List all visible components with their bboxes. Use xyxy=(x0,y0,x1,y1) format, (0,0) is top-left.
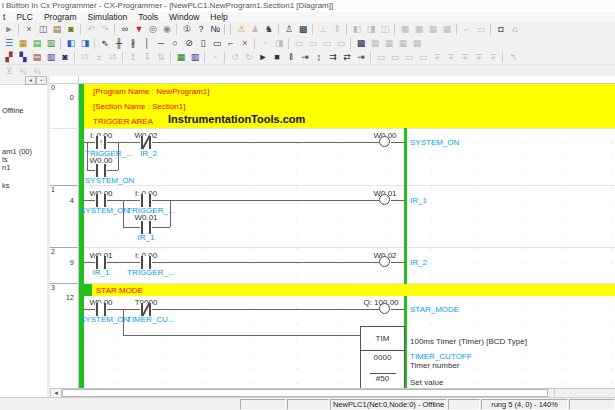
block-icon[interactable]: ◨ xyxy=(272,37,285,49)
fb-library-2-icon[interactable]: ▭ xyxy=(306,37,319,49)
nc-coil-tool-icon[interactable]: ⊘ xyxy=(182,37,195,49)
cut-icon[interactable]: × xyxy=(22,23,35,35)
save-icon[interactable]: ◙ xyxy=(64,23,77,35)
palette-icon[interactable]: ▩ xyxy=(354,37,367,49)
watch-icon[interactable]: ◉ xyxy=(160,23,173,35)
timer-instruction-block[interactable]: TIM 0000 #50 xyxy=(360,326,405,388)
io-table-icon[interactable]: ▥ xyxy=(44,51,57,63)
tree-item[interactable]: ks xyxy=(2,181,10,190)
compile-program-icon[interactable]: ♟ xyxy=(248,23,261,35)
options-icon[interactable]: ◘ xyxy=(494,23,507,35)
tree-item[interactable]: n1 xyxy=(2,163,10,172)
fb-library-4-icon[interactable]: ▭ xyxy=(334,37,347,49)
watch-window-3-icon[interactable]: ▦ xyxy=(426,23,439,35)
memory-view-icon[interactable]: ▤ xyxy=(30,51,43,63)
sim-step-over-icon[interactable]: ↨ xyxy=(312,51,325,63)
menu-tools[interactable]: Tools xyxy=(138,12,158,22)
horizontal-tool-icon[interactable]: ─ xyxy=(154,37,167,49)
coil[interactable] xyxy=(379,194,390,205)
block-step-4-icon[interactable]: ▭ xyxy=(416,51,429,63)
monitor-view-icon[interactable]: ▞ xyxy=(2,51,15,63)
menu-window[interactable]: Window xyxy=(169,12,199,22)
menu-help[interactable]: Help xyxy=(210,12,227,22)
simulator-debug-icon[interactable]: ▥ xyxy=(188,51,201,63)
force-off-icon[interactable]: ◨ xyxy=(364,23,377,35)
undo-icon[interactable]: ↶ xyxy=(84,23,97,35)
sheet-4-icon[interactable]: ▦ xyxy=(410,37,423,49)
force-on-icon[interactable]: ◧ xyxy=(350,23,363,35)
scroll-left-icon[interactable]: ◄ xyxy=(51,389,62,397)
sheet-2-icon[interactable]: ▦ xyxy=(382,37,395,49)
sim-stop-icon[interactable]: ■ xyxy=(270,51,283,63)
coil[interactable] xyxy=(379,303,390,314)
online-edit-icon[interactable]: ▩ xyxy=(296,23,309,35)
scrollbar-thumb[interactable] xyxy=(62,389,548,397)
sim-step-out-icon[interactable]: ⇉ xyxy=(326,51,339,63)
sim-step-in-icon[interactable]: ⇥ xyxy=(298,51,311,63)
decimal-icon[interactable]: 10 xyxy=(78,51,91,63)
menu-simulation[interactable]: Simulation xyxy=(88,12,128,22)
fb-tool-icon[interactable]: ▭ xyxy=(210,37,223,49)
task-4-icon[interactable]: ∓ xyxy=(472,51,485,63)
search-symbol-icon[interactable]: ◎ xyxy=(146,23,159,35)
sim-run-icon[interactable]: ► xyxy=(256,51,269,63)
watch-window-2-icon[interactable]: ▦ xyxy=(412,23,425,35)
instruction-tool-icon[interactable]: ▯ xyxy=(196,37,209,49)
task-1-icon[interactable]: ∓ xyxy=(430,51,443,63)
menu-program[interactable]: Program xyxy=(44,12,77,22)
hex-icon[interactable]: 16 xyxy=(106,51,119,63)
rising-contact[interactable]: ↑ xyxy=(95,136,107,149)
sim-continue-icon[interactable]: ⇄ xyxy=(340,51,353,63)
symbols-view-icon[interactable]: ☰ xyxy=(2,37,15,49)
mnemonic-view-icon[interactable]: ▤ xyxy=(30,37,43,49)
rung-comment-block[interactable] xyxy=(92,284,615,296)
watch-window-4-icon[interactable]: ▦ xyxy=(440,23,453,35)
task-3-icon[interactable]: ∓ xyxy=(458,51,471,63)
monitor-icon[interactable]: ⊥ xyxy=(316,23,329,35)
task-2-icon[interactable]: ∓ xyxy=(444,51,457,63)
sim-pause-icon[interactable]: ‖ xyxy=(284,51,297,63)
tree-item[interactable]: Offline xyxy=(2,106,24,115)
work-online-icon[interactable]: ♙ xyxy=(282,23,295,35)
copy-icon[interactable]: ◫ xyxy=(36,23,49,35)
select-tool-icon[interactable]: ⇖ xyxy=(98,37,111,49)
vertical-tool-icon[interactable]: │ xyxy=(140,37,153,49)
section-list-icon[interactable]: ▥ xyxy=(44,37,57,49)
no-contact-tool-icon[interactable]: ╫ xyxy=(112,37,125,49)
task-5-icon[interactable]: ∓ xyxy=(486,51,499,63)
context-help-icon[interactable]: № xyxy=(208,23,221,35)
menu-t[interactable]: t xyxy=(3,12,5,22)
upload-icon[interactable]: ↥ xyxy=(126,51,139,63)
window-left-icon[interactable]: ◧ xyxy=(64,37,77,49)
sim-scan-icon[interactable]: ↺ xyxy=(228,51,241,63)
cross-reference-icon[interactable]: ⌐ xyxy=(460,23,473,35)
menu-plc[interactable]: PLC xyxy=(16,12,33,22)
sim-reset-icon[interactable]: ↻ xyxy=(242,51,255,63)
block-step-1-icon[interactable]: ▭ xyxy=(374,51,387,63)
sheet-1-icon[interactable]: ▦ xyxy=(368,37,381,49)
io-comment-icon[interactable]: ▭ xyxy=(474,23,487,35)
watch-window-1-icon[interactable]: ▦ xyxy=(398,23,411,35)
style-icon[interactable]: ⌂ xyxy=(508,23,521,35)
coil-tool-icon[interactable]: ○ xyxy=(168,37,181,49)
window-right-icon[interactable]: ◨ xyxy=(78,37,91,49)
coil[interactable] xyxy=(379,256,390,267)
help-icon[interactable]: ? xyxy=(194,23,207,35)
view-icon[interactable]: ► xyxy=(2,23,15,35)
simulator-pause-icon[interactable]: ▫ xyxy=(208,51,221,63)
paste-icon[interactable]: ▤ xyxy=(50,23,63,35)
compile-icon[interactable]: ⚠ xyxy=(234,23,247,35)
coil[interactable] xyxy=(379,136,390,147)
watch-view-icon[interactable]: ▚ xyxy=(16,51,29,63)
simulator-online-icon[interactable]: ▦ xyxy=(174,51,187,63)
nc-contact[interactable] xyxy=(140,136,152,149)
delete-tool-icon[interactable]: × xyxy=(238,37,251,49)
find-icon[interactable]: ∞ xyxy=(118,23,131,35)
fb-library-3-icon[interactable]: ▭ xyxy=(320,37,333,49)
signed-icon[interactable]: ± xyxy=(92,51,105,63)
undo-trace-icon[interactable]: ↰ xyxy=(506,51,519,63)
nc-contact-tool-icon[interactable]: ∦ xyxy=(126,37,139,49)
info-icon[interactable]: ① xyxy=(180,23,193,35)
diagram-view-icon[interactable]: ▦ xyxy=(16,37,29,49)
download-icon[interactable]: ↧ xyxy=(140,51,153,63)
